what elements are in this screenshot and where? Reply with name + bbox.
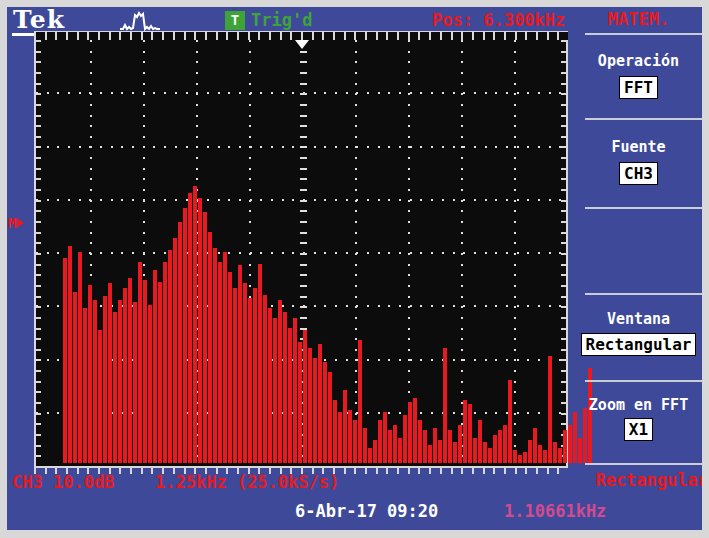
fft-bin (558, 448, 562, 463)
fft-bin (288, 328, 292, 463)
fft-bin (228, 272, 232, 463)
fft-display-graticule (34, 40, 568, 466)
fft-bin (423, 430, 427, 463)
window-value[interactable]: Rectangular (581, 333, 697, 356)
fft-bin (268, 308, 272, 463)
menu-divider (585, 118, 702, 120)
fft-bin (88, 285, 92, 463)
softkey-operation[interactable]: FFT (575, 76, 702, 99)
center-frequency-marker-icon (295, 40, 309, 49)
menu-divider (585, 207, 702, 209)
fft-bin (308, 348, 312, 463)
fft-bin (233, 288, 237, 463)
fft-bin (473, 438, 477, 463)
fft-bin (483, 442, 487, 463)
fft-bin (518, 455, 522, 463)
fft-bin (563, 430, 567, 463)
fft-bin (468, 404, 472, 463)
fft-bin (533, 428, 537, 463)
fft-bin (568, 425, 572, 463)
right-arrow-icon (17, 218, 24, 228)
fft-bin (413, 398, 417, 463)
fft-bin (373, 440, 377, 463)
source-value[interactable]: CH3 (619, 162, 658, 185)
softkey-source[interactable]: CH3 (575, 162, 702, 185)
fft-bin (553, 442, 557, 463)
fft-bin (98, 330, 102, 463)
fft-bin (368, 448, 372, 463)
fft-bin (513, 450, 517, 463)
trigger-badge-icon: T (225, 11, 245, 30)
fft-bin (203, 212, 207, 463)
fft-bin (63, 258, 67, 463)
fft-bin (488, 448, 492, 463)
fft-bin (418, 420, 422, 463)
fft-bin (73, 292, 77, 463)
menu-divider (585, 33, 702, 35)
fft-bin (133, 302, 137, 463)
fft-bin (83, 308, 87, 463)
fft-bin (248, 298, 252, 463)
fft-bin (278, 300, 282, 463)
fft-bin (193, 186, 197, 463)
fft-bin (313, 358, 317, 463)
fft-bin (218, 262, 222, 463)
fft-bin (388, 430, 392, 463)
fft-bin (463, 400, 467, 463)
fft-bin (503, 425, 507, 463)
math-marker-label: M (8, 216, 16, 230)
fft-bin (253, 288, 257, 463)
fft-bin (298, 342, 302, 463)
fft-bin (183, 208, 187, 463)
fft-bin (188, 193, 192, 463)
fft-bin (393, 425, 397, 463)
softkey-window[interactable]: Rectangular (575, 333, 702, 356)
menu-label-source: Fuente (575, 138, 702, 156)
cursor-frequency-readout: 1.10661kHz (504, 501, 606, 521)
fft-bin (438, 440, 442, 463)
fft-bin (293, 318, 297, 463)
menu-label-fft-zoom: Zoom en FFT (575, 396, 702, 414)
fft-bin (353, 420, 357, 463)
fft-bin (363, 428, 367, 463)
fft-bin (528, 440, 532, 463)
fft-bin (493, 435, 497, 463)
operation-value[interactable]: FFT (619, 76, 658, 99)
fft-bin (198, 198, 202, 463)
menu-label-window: Ventana (575, 310, 702, 328)
softkey-fft-zoom[interactable]: X1 (575, 418, 702, 441)
fft-bin (103, 296, 107, 463)
fft-zoom-value[interactable]: X1 (624, 418, 653, 441)
channel-scale-readout: CH3 10.0dB (12, 472, 114, 492)
fft-bin (578, 438, 582, 463)
fft-bin (428, 445, 432, 463)
fft-bin (433, 428, 437, 463)
fft-bin (548, 356, 552, 463)
fft-bin (588, 368, 592, 463)
fft-bin (358, 340, 362, 463)
datetime-readout: 6-Abr-17 09:20 (295, 501, 438, 521)
fft-bin (93, 300, 97, 463)
fft-bin (383, 412, 387, 463)
horizontal-scale-readout: 1.25kHz (25.0kS/s) (155, 472, 339, 492)
fft-bin (143, 280, 147, 463)
fft-bin (333, 400, 337, 463)
fft-bin (538, 445, 542, 463)
fft-bin (348, 410, 352, 463)
fft-bin (323, 362, 327, 463)
fft-bin (263, 295, 267, 463)
fft-bin (328, 372, 332, 463)
fft-bin (458, 425, 462, 463)
fft-bin (283, 312, 287, 463)
fft-bin (163, 262, 167, 463)
fft-bin (108, 283, 112, 463)
fft-bin (498, 430, 502, 463)
trigger-status: Trig'd (251, 10, 312, 30)
fft-bin (208, 232, 212, 463)
fft-bin (148, 305, 152, 463)
oscilloscope-screen: Tek T Trig'd Pos: 6.300kHz MATEM. M Oper… (7, 7, 702, 530)
menu-divider (585, 293, 702, 295)
tek-logo: Tek (13, 7, 65, 32)
fft-bin (478, 420, 482, 463)
fft-bin (443, 348, 447, 463)
